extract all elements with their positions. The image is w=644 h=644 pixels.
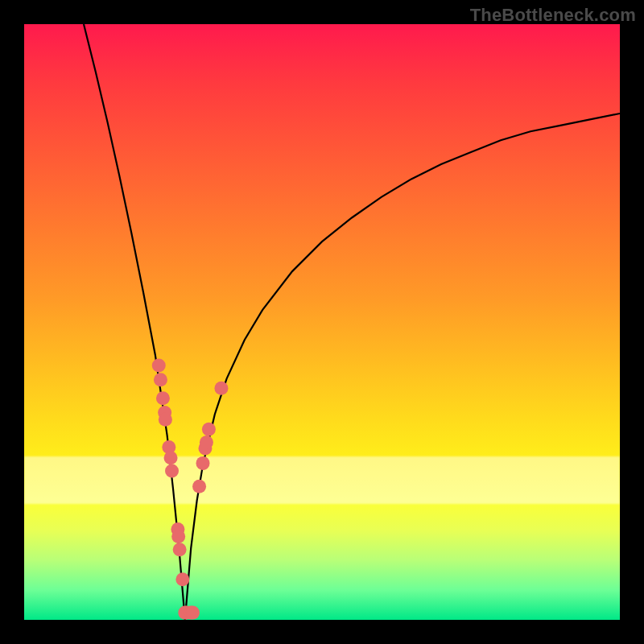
chart-svg: [24, 24, 620, 620]
data-point: [186, 606, 200, 620]
data-point: [171, 530, 185, 543]
data-point: [200, 436, 213, 449]
data-point: [202, 423, 216, 436]
data-point: [164, 451, 178, 464]
data-points-group: [152, 359, 229, 620]
data-point: [192, 480, 206, 493]
data-point: [165, 464, 179, 478]
bottleneck-curve: [84, 24, 620, 620]
chart-frame: [24, 24, 620, 620]
watermark-text: TheBottleneck.com: [470, 5, 636, 26]
data-point: [175, 572, 189, 586]
data-point: [196, 456, 210, 470]
data-point: [214, 382, 228, 395]
data-point: [173, 543, 187, 556]
data-point: [154, 373, 167, 386]
data-point: [159, 413, 172, 427]
data-point: [156, 391, 170, 405]
data-point: [152, 359, 166, 373]
